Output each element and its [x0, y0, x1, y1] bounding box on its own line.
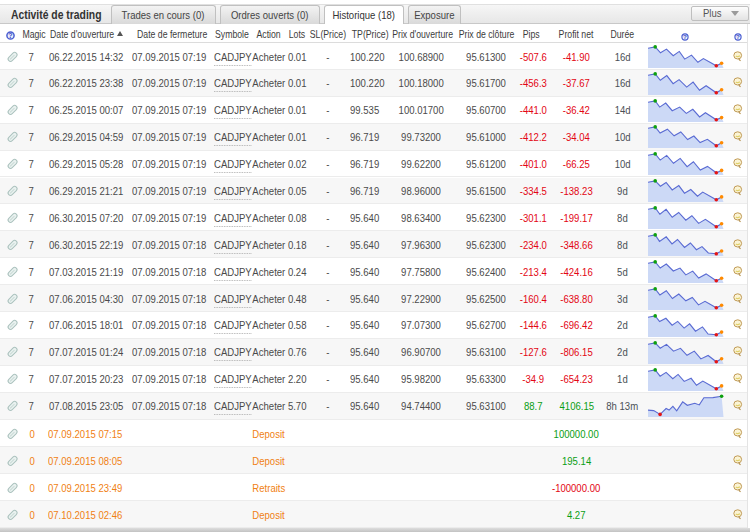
svg-text:?: ?: [683, 33, 687, 40]
svg-text:?: ?: [736, 33, 740, 40]
